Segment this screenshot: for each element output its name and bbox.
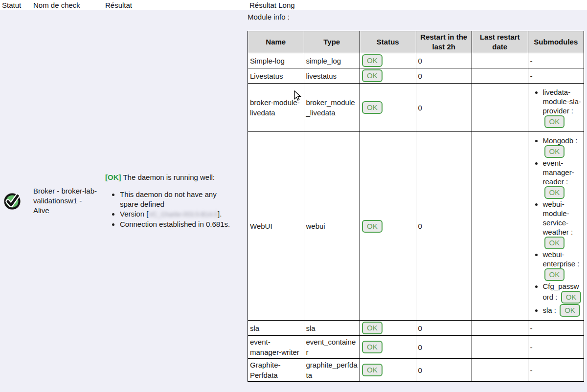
cell-restart-2h: 0	[416, 336, 472, 359]
column-header-nom-de-check: Nom de check	[31, 1, 103, 9]
submodule-item: webui-enterprise : OK	[543, 250, 582, 281]
cell-last-restart	[472, 53, 528, 68]
table-row-webui: WebUI webui OK 0 Mongodb : OK event-mana…	[248, 132, 584, 321]
status-ok-badge: OK	[362, 69, 383, 82]
cell-last-restart	[472, 68, 528, 84]
cell-type: simple_log	[304, 53, 360, 68]
cell-type: sla	[304, 321, 360, 336]
status-ok-badge: OK	[362, 54, 383, 67]
cell-restart-2h: 0	[416, 132, 472, 321]
cell-last-restart	[472, 359, 528, 382]
th-status: Status	[360, 31, 416, 53]
cell-type: livestatus	[304, 68, 360, 84]
cell-status: OK	[360, 321, 416, 336]
cell-submodules: -	[528, 53, 584, 68]
column-header-resultat: Résultat	[103, 1, 248, 9]
check-row: Broker - broker-lab-validationsw1 - Aliv…	[0, 10, 587, 392]
cell-type: event_container	[304, 336, 360, 359]
submodule-ok-badge: OK	[544, 186, 565, 199]
check-name: Broker - broker-lab-validationsw1 - Aliv…	[33, 186, 98, 216]
results-header-row: Statut Nom de check Résultat Résultat Lo…	[0, 0, 587, 10]
cell-name: Graphite-Perfdata	[248, 359, 304, 382]
cell-submodules: -	[528, 359, 584, 382]
th-type: Type	[304, 31, 360, 53]
th-name: Name	[248, 31, 304, 53]
column-header-statut: Statut	[0, 1, 31, 9]
submodule-item: Cfg_password : OK	[543, 282, 582, 304]
table-row-simple-log: Simple-log simple_log OK 0 -	[248, 53, 584, 68]
result-cell: [OK] The daemon is running well: This da…	[103, 10, 248, 392]
cell-status: OK	[360, 336, 416, 359]
table-row-broker-module-livedata: broker-module-livedata broker_module_liv…	[248, 84, 584, 132]
cell-name: event-manager-writer	[248, 336, 304, 359]
status-ok-badge: OK	[362, 341, 383, 353]
status-ok-badge: OK	[362, 220, 383, 233]
th-last-restart-date: Last restart date	[472, 31, 528, 53]
th-submodules: Submodules	[528, 31, 584, 53]
status-ok-badge: OK	[362, 364, 383, 376]
check-name-cell: Broker - broker-lab-validationsw1 - Aliv…	[31, 10, 103, 392]
status-ok-badge: OK	[362, 101, 383, 114]
cell-submodules: livedata-module-sla-provider : OK	[528, 84, 584, 132]
result-summary-text: The daemon is running well:	[121, 173, 215, 181]
submodule-item: Mongodb : OK	[543, 136, 582, 158]
long-result-cell: Module info : Name Type Status Restart i…	[248, 10, 587, 392]
cell-type: webui	[304, 132, 360, 321]
cell-last-restart	[472, 132, 528, 321]
cell-status: OK	[360, 359, 416, 382]
submodule-list: Mongodb : OK event-manager-reader : OK w…	[530, 136, 582, 317]
page: { "colors": { "page_background": "#efeff…	[0, 0, 587, 392]
ok-status-tag: [OK]	[105, 173, 121, 181]
table-row-livestatus: Livestatus livestatus OK 0 -	[248, 68, 584, 84]
result-bullet-version: Version [VC_Charlie-003.5-B14.5].	[120, 209, 234, 219]
cell-last-restart	[472, 321, 528, 336]
cell-type: broker_module_livedata	[304, 84, 360, 132]
cell-name: WebUI	[248, 132, 304, 321]
cell-status: OK	[360, 68, 416, 84]
cell-restart-2h: 0	[416, 68, 472, 84]
cell-restart-2h: 0	[416, 321, 472, 336]
submodule-item: livedata-module-sla-provider : OK	[543, 87, 582, 128]
cell-name: broker-module-livedata	[248, 84, 304, 132]
status-cell	[0, 10, 31, 392]
module-info-title: Module info :	[248, 12, 586, 22]
module-table-header-row: Name Type Status Restart in the last 2h …	[248, 31, 584, 53]
cell-last-restart	[472, 84, 528, 132]
table-row-sla: sla sla OK 0 -	[248, 321, 584, 336]
cell-submodules: -	[528, 321, 584, 336]
submodule-item: webui-module-service-weather : OK	[543, 199, 582, 249]
cell-last-restart	[472, 336, 528, 359]
submodule-ok-badge: OK	[561, 291, 582, 304]
cell-restart-2h: 0	[416, 53, 472, 68]
result-bullet-connection: Connection established in 0.681s.	[120, 219, 234, 229]
cell-name: sla	[248, 321, 304, 336]
cell-type: graphite_perfdata	[304, 359, 360, 382]
submodule-ok-badge: OK	[544, 145, 565, 158]
cell-restart-2h: 0	[416, 84, 472, 132]
cell-status: OK	[360, 132, 416, 321]
table-row-event-manager-writer: event-manager-writer event_container OK …	[248, 336, 584, 359]
th-restart-2h: Restart in the last 2h	[416, 31, 472, 53]
submodule-ok-badge: OK	[560, 304, 580, 317]
submodule-item: event-manager-reader : OK	[543, 158, 582, 199]
cell-status: OK	[360, 84, 416, 132]
submodule-ok-badge: OK	[544, 237, 565, 249]
result-bullet-spare: This daemon do not have any spare define…	[120, 190, 234, 209]
cell-restart-2h: 0	[416, 359, 472, 382]
result-bullet-list: This daemon do not have any spare define…	[105, 190, 234, 229]
table-row-graphite-perfdata: Graphite-Perfdata graphite_perfdata OK 0…	[248, 359, 584, 382]
submodule-item: sla : OK	[543, 304, 582, 317]
submodule-ok-badge: OK	[544, 115, 565, 128]
redacted-version-text: VC_Charlie-003.5-B14.5	[148, 211, 218, 218]
cell-status: OK	[360, 53, 416, 68]
cell-submodules: -	[528, 68, 584, 84]
status-ok-badge: OK	[362, 322, 383, 334]
cell-submodules: -	[528, 336, 584, 359]
cell-name: Livestatus	[248, 68, 304, 84]
ok-check-icon	[3, 191, 23, 211]
cell-name: Simple-log	[248, 53, 304, 68]
cell-submodules: Mongodb : OK event-manager-reader : OK w…	[528, 132, 584, 321]
submodule-list: livedata-module-sla-provider : OK	[530, 87, 582, 128]
submodule-ok-badge: OK	[544, 268, 565, 281]
result-summary: [OK] The daemon is running well:	[105, 173, 234, 182]
